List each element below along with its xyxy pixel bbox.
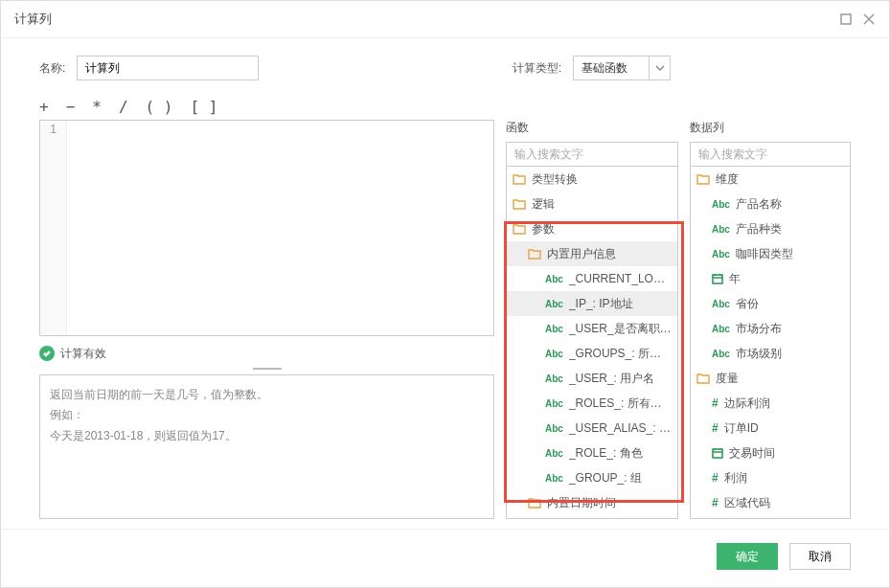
item-label: _ROLES_: 所有角色 xyxy=(569,396,672,412)
tree-item[interactable]: Abc_GROUP_: 组 xyxy=(507,465,677,490)
chevron-down-icon[interactable] xyxy=(650,56,671,80)
item-label: _GROUPS_: 所有组 xyxy=(569,346,672,362)
close-icon[interactable] xyxy=(862,12,876,26)
tree-item[interactable]: #区域代码 xyxy=(691,490,850,515)
item-label: 度量 xyxy=(716,371,739,387)
status-row: 计算有效 xyxy=(39,346,494,362)
svg-rect-1 xyxy=(713,275,722,283)
tree-item[interactable]: Abc_CURRENT_LOCALE_: 当前 xyxy=(507,266,677,291)
tree-item[interactable]: Abc咖啡因类型 xyxy=(691,241,850,266)
item-label: 区域代码 xyxy=(724,495,770,511)
text-type-icon: Abc xyxy=(545,324,563,334)
ok-button[interactable]: 确定 xyxy=(717,543,778,570)
editor-gutter: 1 xyxy=(40,121,67,335)
tree-item[interactable]: Abc产品名称 xyxy=(691,192,850,216)
item-label: 年 xyxy=(729,271,741,287)
tree-item[interactable]: Abc市场级别 xyxy=(691,341,850,366)
tree-item[interactable]: Abc_GROUPS_: 所有组 xyxy=(507,341,677,366)
item-label: _CURRENT_LOCALE_: 当前 xyxy=(569,271,672,287)
tree-item[interactable]: 交易时间 xyxy=(691,441,850,465)
status-text: 计算有效 xyxy=(60,346,106,362)
tree-item[interactable]: 内置日期时间 xyxy=(507,490,677,515)
tree-item[interactable]: #市场开销 xyxy=(691,515,850,519)
item-label: 产品名称 xyxy=(736,196,782,213)
tree-item[interactable]: 参数 xyxy=(507,216,677,241)
item-label: 订单ID xyxy=(724,420,759,437)
operator-( )[interactable]: ( ) xyxy=(146,98,173,116)
tree-item[interactable]: 逻辑 xyxy=(507,192,677,216)
toolbar-row: +−*/( )[ ] xyxy=(1,88,889,120)
functions-title: 函数 xyxy=(506,120,678,136)
data-list[interactable]: 维度Abc产品名称Abc产品种类Abc咖啡因类型年Abc省份Abc市场分布Abc… xyxy=(690,167,851,519)
tree-item[interactable]: Abc_ROLE_: 角色 xyxy=(507,441,677,465)
tree-item[interactable]: #利润 xyxy=(691,465,850,490)
item-label: _USER_是否离职: 自定义 xyxy=(569,321,672,337)
tree-item[interactable]: Abc市场分布 xyxy=(691,316,850,341)
tree-item[interactable]: 类型转换 xyxy=(507,167,677,192)
folder-icon xyxy=(513,173,526,185)
titlebar: 计算列 xyxy=(1,1,889,38)
number-type-icon: # xyxy=(712,421,719,435)
number-type-icon: # xyxy=(712,396,719,410)
item-label: 利润 xyxy=(724,470,747,486)
tree-item[interactable]: Abc_IP_: IP地址 xyxy=(507,291,677,316)
tree-item[interactable]: 维度 xyxy=(691,167,850,192)
item-label: 边际利润 xyxy=(724,396,770,412)
functions-search[interactable]: 输入搜索文字 xyxy=(506,142,678,167)
maximize-icon[interactable] xyxy=(839,12,853,26)
calc-type-select[interactable]: 基础函数 xyxy=(573,56,671,80)
tree-item[interactable]: 度量 xyxy=(691,366,850,391)
item-label: 省份 xyxy=(736,296,759,312)
functions-panel: 函数 输入搜索文字 类型转换逻辑参数内置用户信息Abc_CURRENT_LOCA… xyxy=(506,120,678,519)
data-search[interactable]: 输入搜索文字 xyxy=(690,142,851,167)
operator-+[interactable]: + xyxy=(39,98,49,116)
check-icon xyxy=(39,346,55,361)
date-type-icon xyxy=(712,447,723,459)
tree-item[interactable]: Abc省份 xyxy=(691,291,850,316)
tree-item[interactable]: Abc产品种类 xyxy=(691,216,850,241)
text-type-icon: Abc xyxy=(712,299,730,309)
svg-rect-2 xyxy=(713,449,722,458)
operator-/[interactable]: / xyxy=(119,98,128,116)
description-box: 返回当前日期的前一天是几号，值为整数。 例如： 今天是2013-01-18，则返… xyxy=(39,374,494,519)
tree-item[interactable]: Abc_USER_ALIAS_: 用户昵称 xyxy=(507,416,677,441)
text-type-icon: Abc xyxy=(545,373,563,384)
text-type-icon: Abc xyxy=(545,274,563,284)
operator-−[interactable]: − xyxy=(66,98,76,116)
item-label: 交易时间 xyxy=(729,445,775,462)
item-label: _USER_: 用户名 xyxy=(569,371,654,387)
formula-editor[interactable]: 1 xyxy=(39,120,494,336)
operator-[ ][interactable]: [ ] xyxy=(190,98,217,116)
number-type-icon: # xyxy=(712,496,719,509)
tree-item[interactable]: #边际利润 xyxy=(691,391,850,416)
resize-handle[interactable] xyxy=(253,368,282,371)
text-type-icon: Abc xyxy=(712,349,730,359)
tree-item[interactable]: Abc_ROLES_: 所有角色 xyxy=(507,391,677,416)
tree-item[interactable]: 年 xyxy=(691,266,850,291)
editor-body[interactable] xyxy=(67,121,493,335)
folder-icon xyxy=(528,248,541,260)
item-label: 参数 xyxy=(532,221,555,237)
text-type-icon: Abc xyxy=(712,324,730,334)
text-type-icon: Abc xyxy=(712,249,730,260)
tree-item[interactable]: Abc_USER_: 用户名 xyxy=(507,366,677,391)
number-type-icon: # xyxy=(712,471,719,485)
name-input[interactable] xyxy=(77,56,259,80)
folder-icon xyxy=(696,173,710,185)
functions-list[interactable]: 类型转换逻辑参数内置用户信息Abc_CURRENT_LOCALE_: 当前Abc… xyxy=(506,167,678,519)
window-controls xyxy=(839,12,876,26)
date-type-icon xyxy=(712,273,723,284)
left-column: 1 计算有效 返回当前日期的前一天是几号，值为整数。 例如： 今天是2013-0… xyxy=(39,120,494,519)
text-type-icon: Abc xyxy=(545,299,563,309)
operator-*[interactable]: * xyxy=(92,98,102,116)
item-label: 市场级别 xyxy=(736,346,782,362)
tree-item[interactable]: Abc_USER_是否离职: 自定义 xyxy=(507,316,677,341)
main-area: 1 计算有效 返回当前日期的前一天是几号，值为整数。 例如： 今天是2013-0… xyxy=(1,120,889,529)
text-type-icon: Abc xyxy=(545,398,563,409)
tree-item[interactable]: 内置用户信息 xyxy=(507,241,677,266)
header-form: 名称: 计算类型: 基础函数 xyxy=(1,38,889,88)
cancel-button[interactable]: 取消 xyxy=(789,543,851,570)
tree-item[interactable]: #订单ID xyxy=(691,416,850,441)
text-type-icon: Abc xyxy=(712,224,730,235)
item-label: _USER_ALIAS_: 用户昵称 xyxy=(569,420,672,437)
